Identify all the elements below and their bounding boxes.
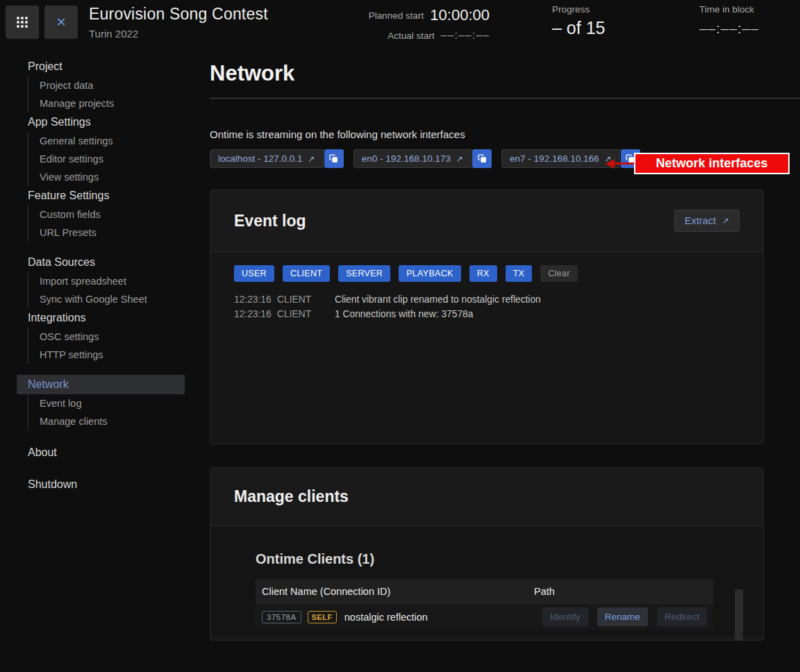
copy-icon [478,154,487,163]
start-times: Planned start 10:00:00 Actual start ––:–… [351,6,490,42]
filter-tag-client[interactable]: CLIENT [283,265,330,282]
streaming-info-text: Ontime is streaming on the following net… [210,128,800,140]
sidebar-section-about[interactable]: About [17,443,185,462]
actual-start-value: ––:––:–– [441,29,490,42]
interface-label: en0 - 192.168.10.173 [362,153,451,164]
sidebar-section-network[interactable]: Network [17,375,185,394]
interface-link-localhost[interactable]: localhost - 127.0.0.1 ↗ [210,149,324,168]
manage-clients-title: Manage clients [234,487,349,506]
progress-label: Progress [552,4,605,15]
project-subtitle: Turin 2022 [89,28,268,40]
interface-pill-en7: en7 - 192.168.10.166 ↗ [501,149,640,168]
sidebar-item-import-spreadsheet[interactable]: Import spreadsheet [28,272,201,290]
sidebar-item-project-data[interactable]: Project data [28,76,201,94]
progress-indicator: Progress – of 15 [552,4,605,38]
event-log-title: Event log [234,212,306,230]
close-icon: ✕ [56,15,66,30]
rename-client-button[interactable]: Rename [597,607,648,626]
sidebar-item-event-log[interactable]: Event log [28,394,201,412]
copy-ip-button[interactable] [472,149,492,168]
sidebar-item-manage-projects[interactable]: Manage projects [28,94,201,112]
external-link-icon: ↗ [308,154,315,164]
column-path: Path [534,586,707,597]
filter-tag-playback[interactable]: PLAYBACK [399,265,460,282]
log-message: 1 Connections with new: 37578a [335,307,740,321]
connection-id-badge: 37578A [262,611,301,623]
manage-clients-header: Manage clients [210,468,763,526]
sidebar-section-app-settings[interactable]: App Settings [17,112,185,132]
sidebar-section-project[interactable]: Project [17,57,185,76]
column-client-name: Client Name (Connection ID) [262,586,534,597]
filter-tag-server[interactable]: SERVER [338,265,390,282]
apps-menu-button[interactable] [6,6,39,39]
external-link-icon: ↗ [456,154,463,164]
title-divider [210,98,800,99]
identify-client-button[interactable]: Identify [542,607,588,626]
clients-table-header: Client Name (Connection ID) Path [256,579,713,604]
filter-tag-user[interactable]: USER [234,265,274,282]
settings-sidebar: Project Project data Manage projects App… [0,57,201,494]
ontime-clients-heading: Ontime Clients (1) [256,551,740,567]
event-log-body: USER CLIENT SERVER PLAYBACK RX TX Clear … [210,252,763,444]
log-entries: 12:23:16 CLIENT Client vibrant clip rena… [234,292,740,321]
client-row: 37578A SELF nostalgic reflection Identif… [256,604,713,630]
sidebar-item-manage-clients[interactable]: Manage clients [28,412,201,430]
sidebar-section-integrations[interactable]: Integrations [17,308,185,328]
log-filter-row: USER CLIENT SERVER PLAYBACK RX TX Clear [234,265,740,282]
filter-tag-rx[interactable]: RX [469,265,497,282]
interface-label: localhost - 127.0.0.1 [218,153,303,164]
filter-tag-tx[interactable]: TX [506,265,533,282]
sidebar-section-data-sources[interactable]: Data Sources [17,253,185,272]
clients-scrollbar-thumb[interactable] [735,589,743,641]
log-time: 12:23:16 [234,292,277,307]
sidebar-section-feature-settings[interactable]: Feature Settings [17,186,185,205]
copy-icon [329,154,338,163]
manage-clients-panel: Manage clients Ontime Clients (1) Client… [210,467,764,641]
log-origin: CLIENT [277,292,335,307]
sidebar-section-shutdown[interactable]: Shutdown [17,475,185,494]
sidebar-item-editor-settings[interactable]: Editor settings [28,150,201,168]
sidebar-item-general-settings[interactable]: General settings [28,132,201,150]
sidebar-item-url-presets[interactable]: URL Presets [28,224,201,242]
log-entry: 12:23:16 CLIENT Client vibrant clip rena… [234,292,740,307]
copy-ip-button[interactable] [324,149,344,168]
sidebar-item-sync-google-sheet[interactable]: Sync with Google Sheet [28,290,201,308]
actual-start-label: Actual start [388,31,435,41]
event-title: Eurovision Song Contest [89,5,268,24]
interface-label: en7 - 192.168.10.166 [510,153,599,164]
external-link-icon: ↗ [722,216,729,226]
client-row-actions: Identify Rename Redirect [533,607,707,626]
extract-log-button[interactable]: Extract ↗ [674,210,740,232]
event-log-header: Event log Extract ↗ [210,190,763,252]
clear-log-button[interactable]: Clear [540,265,577,282]
clients-table: Client Name (Connection ID) Path 37578A … [256,579,713,630]
log-origin: CLIENT [277,307,335,321]
log-time: 12:23:16 [234,307,277,321]
log-entry: 12:23:16 CLIENT 1 Connections with new: … [234,307,740,321]
sidebar-item-view-settings[interactable]: View settings [28,168,201,186]
event-log-panel: Event log Extract ↗ USER CLIENT SERVER P… [210,190,764,444]
close-button[interactable]: ✕ [44,6,78,39]
apps-grid-icon [15,15,29,29]
page-title: Network [210,61,800,86]
interface-pill-en0: en0 - 192.168.10.173 ↗ [353,149,492,168]
sidebar-item-http-settings[interactable]: HTTP settings [28,346,201,364]
interface-link-en0[interactable]: en0 - 192.168.10.173 ↗ [353,149,472,168]
planned-start-value: 10:00:00 [430,6,490,24]
network-settings-page: Network Ontime is streaming on the follo… [210,61,800,641]
sidebar-item-custom-fields[interactable]: Custom fields [28,205,201,224]
annotation-label: Network interfaces [634,153,790,174]
interface-link-en7[interactable]: en7 - 192.168.10.166 ↗ [501,149,619,168]
redirect-client-button[interactable]: Redirect [657,607,707,626]
time-in-block-indicator: Time in block ––:––:–– [699,4,759,37]
annotation-arrow-line [614,162,635,165]
time-in-block-label: Time in block [699,4,759,15]
sidebar-item-osc-settings[interactable]: OSC settings [28,328,201,346]
interface-pill-localhost: localhost - 127.0.0.1 ↗ [210,149,344,168]
extract-label: Extract [685,215,716,226]
client-name: nostalgic reflection [344,612,428,623]
time-in-block-value: ––:––:–– [699,21,759,37]
log-message: Client vibrant clip renamed to nostalgic… [335,292,740,307]
planned-start-label: Planned start [369,10,424,21]
clients-scrollbar[interactable] [735,589,743,641]
